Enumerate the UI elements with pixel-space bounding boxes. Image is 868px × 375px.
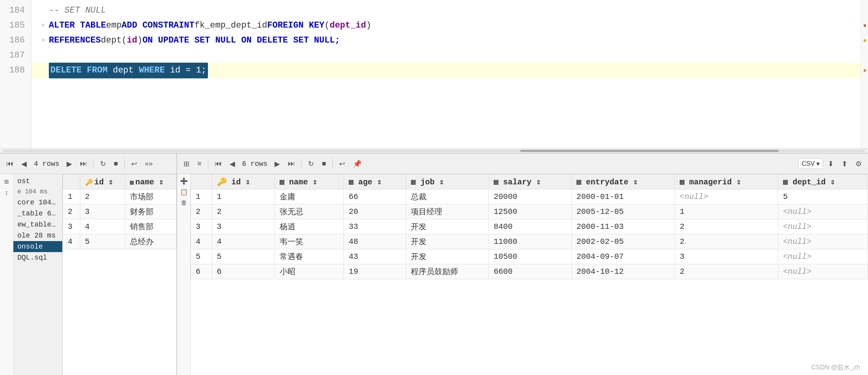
code-line-188[interactable]: DELETE FROM dept WHERE id = 1; <box>32 63 861 78</box>
right-cell-3-0: 4 <box>212 234 274 249</box>
left-cell-id-2: 4 <box>80 219 125 234</box>
right-toolbar: ⊞ ≡ ⏮ ◀ 6 rows ▶ ⏭ ↻ ■ ↩ 📌 CSV ▾ ⬇ ⬆ ⚙ <box>177 154 868 174</box>
left-last-btn[interactable]: ⏭ <box>77 158 90 169</box>
filter-icon[interactable]: ⊞ <box>4 177 9 186</box>
right-cell-1-5: 2005-12-05 <box>571 204 675 219</box>
scrollbar-track[interactable] <box>3 150 865 152</box>
right-undo-btn[interactable]: ↩ <box>336 158 348 170</box>
right-table-row-4[interactable]: 55常遇春43开发105002004-09-073<null> <box>191 249 868 264</box>
right-cell-1-0: 2 <box>212 204 274 219</box>
right-cell-5-1: 小昭 <box>275 264 344 279</box>
kw-dept: dept <box>101 33 122 47</box>
right-table-row-1[interactable]: 22张无忌20项目经理125002005-12-051<null> <box>191 204 868 219</box>
left-table-row-0[interactable]: 12市场部 <box>63 189 176 204</box>
delete-row-icon[interactable]: 🗑 <box>181 199 187 207</box>
right-last-btn[interactable]: ⏭ <box>285 158 298 169</box>
csv-export-btn[interactable]: CSV ▾ <box>798 158 823 169</box>
right-prev-btn[interactable]: ◀ <box>226 158 238 170</box>
right-cell-5-4: 6600 <box>489 264 571 279</box>
right-col-salary[interactable]: ▦ salary ⇕ <box>489 175 571 189</box>
copy-row-icon[interactable]: 📋 <box>180 188 188 196</box>
left-table-row-2[interactable]: 34销售部 <box>63 219 176 234</box>
left-first-btn[interactable]: ⏮ <box>3 158 17 169</box>
sidebar-item-core[interactable]: core 104 ms <box>13 197 62 208</box>
line-numbers: 184 185 186 187 188 <box>0 0 32 148</box>
right-table-row-3[interactable]: 44韦一笑48开发110002002-02-052<null> <box>191 234 868 249</box>
left-cell-name-2: 销售部 <box>125 219 176 234</box>
right-cell-0-6: <null> <box>675 189 778 204</box>
right-col-age[interactable]: ▦ age ⇕ <box>344 175 406 189</box>
left-rows-label: 4 rows <box>32 160 62 168</box>
download-btn[interactable]: ⬇ <box>825 158 837 170</box>
left-stop-btn[interactable]: ■ <box>111 158 121 169</box>
left-data-table-container[interactable]: 🔑id ⇕ ▦name ⇕ 12市场部23财务部34销售部45总经办 <box>63 174 176 375</box>
sort-icon[interactable]: ↕ <box>4 189 9 197</box>
right-cell-1-2: 20 <box>344 204 406 219</box>
left-more-btn[interactable]: »» <box>142 158 156 169</box>
right-col-id[interactable]: 🔑 id ⇕ <box>212 175 274 189</box>
right-cell-3-3: 开发 <box>406 234 489 249</box>
right-cell-0-0: 1 <box>212 189 274 204</box>
left-col-header-id[interactable]: 🔑id ⇕ <box>80 175 125 189</box>
right-panel-content: ➕ 📋 🗑 🔑 id ⇕ ▦ name ⇕ ▦ age ⇕ <box>177 174 868 375</box>
left-next-btn[interactable]: ▶ <box>63 158 75 170</box>
right-cell-4-4: 10500 <box>489 249 571 264</box>
right-refresh-btn[interactable]: ↻ <box>305 158 317 170</box>
left-prev-btn[interactable]: ◀ <box>18 158 30 170</box>
editor-scrollbar[interactable] <box>0 148 868 153</box>
fold-184 <box>38 6 49 15</box>
sidebar-item-new-table[interactable]: ew_table 65 ms <box>13 219 62 230</box>
code-line-185: ⊖ ALTER TABLE emp ADD CONSTRAINT fk_emp_… <box>32 18 861 33</box>
code-line-186: ⊖ REFERENCES dept ( id ) ON UPDATE SET N… <box>32 33 861 48</box>
right-cell-2-6: 2 <box>675 219 778 234</box>
right-col-deptid[interactable]: ▦ dept_id ⇕ <box>778 175 868 189</box>
right-col-btn[interactable]: ≡ <box>194 158 205 169</box>
gutter-184 <box>861 3 868 18</box>
right-first-btn[interactable]: ⏮ <box>211 158 225 169</box>
right-col-job[interactable]: ▦ job ⇕ <box>406 175 489 189</box>
left-table-row-1[interactable]: 23财务部 <box>63 204 176 219</box>
right-stop-btn[interactable]: ■ <box>319 158 329 169</box>
right-cell-2-3: 开发 <box>406 219 489 234</box>
left-undo-btn[interactable]: ↩ <box>128 158 140 170</box>
sidebar-item-ost[interactable]: ost <box>13 176 62 187</box>
settings-btn[interactable]: ⚙ <box>852 158 865 170</box>
line-num-185: 185 <box>0 18 31 33</box>
right-table-row-5[interactable]: 66小昭19程序员鼓励师66002004-10-122<null> <box>191 264 868 279</box>
right-col-entrydate[interactable]: ▦ entrydate ⇕ <box>571 175 675 189</box>
right-cell-2-7: <null> <box>778 219 868 234</box>
rsep1 <box>301 158 302 169</box>
right-row-num-4: 5 <box>191 249 212 264</box>
left-panel: ⏮ ◀ 4 rows ▶ ⏭ ↻ ■ ↩ »» ⊞ ↕ <box>0 154 177 375</box>
right-col-num <box>191 175 212 189</box>
sidebar-item-dql[interactable]: DQL.sql <box>13 252 62 263</box>
scrollbar-thumb[interactable] <box>520 150 779 152</box>
code-area[interactable]: -- SET NULL ⊖ ALTER TABLE emp ADD CONSTR… <box>32 0 861 148</box>
right-data-table-container[interactable]: 🔑 id ⇕ ▦ name ⇕ ▦ age ⇕ ▦ job ⇕ ▦ salary… <box>191 174 868 375</box>
right-col-managerid[interactable]: ▦ managerid ⇕ <box>675 175 778 189</box>
sidebar-item-console[interactable]: onsole <box>13 241 62 252</box>
right-cell-5-0: 6 <box>212 264 274 279</box>
left-refresh-btn[interactable]: ↻ <box>97 158 109 170</box>
right-table-row-0[interactable]: 11金庸66总裁200002000-01-01<null>5 <box>191 189 868 204</box>
right-next-btn[interactable]: ▶ <box>271 158 283 170</box>
left-cell-id-3: 5 <box>80 234 125 249</box>
sidebar-item-ole[interactable]: ole 28 ms <box>13 230 62 241</box>
name-col-icon: ▦ <box>130 178 134 186</box>
kw-paren1: ( <box>325 19 330 32</box>
sidebar-timing-ost: e 104 ms <box>13 187 62 197</box>
upload-btn[interactable]: ⬆ <box>838 158 851 170</box>
right-col-name[interactable]: ▦ name ⇕ <box>275 175 344 189</box>
right-cell-3-5: 2002-02-05 <box>571 234 675 249</box>
right-table-row-2[interactable]: 33杨逍33开发84002000-11-032<null> <box>191 219 868 234</box>
right-filter-btn[interactable]: ⊞ <box>180 158 193 170</box>
add-row-icon[interactable]: ➕ <box>180 177 188 185</box>
right-pin-btn[interactable]: 📌 <box>350 158 365 170</box>
left-table-row-3[interactable]: 45总经办 <box>63 234 176 249</box>
left-col-header-name[interactable]: ▦name ⇕ <box>125 175 176 189</box>
right-cell-3-7: <null> <box>778 234 868 249</box>
sidebar-item-table[interactable]: _table 65 ms <box>13 208 62 219</box>
left-row-num-2: 3 <box>63 219 80 234</box>
right-rows-label: 6 rows <box>240 160 270 168</box>
kw-references: REFERENCES <box>49 33 101 47</box>
